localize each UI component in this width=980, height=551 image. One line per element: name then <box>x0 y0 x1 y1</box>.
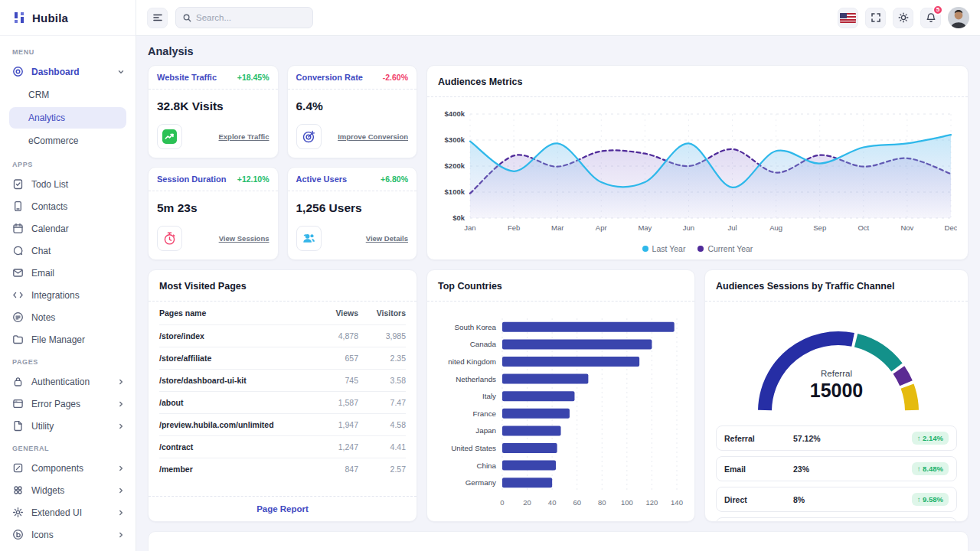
sidebar-item[interactable]: Todo List <box>0 173 136 195</box>
nav-section-label-pages: PAGES <box>0 350 136 370</box>
notifications-button[interactable]: 5 <box>920 8 941 28</box>
legend-dot <box>697 246 704 252</box>
stat-card-link[interactable]: Improve Conversion <box>338 132 408 141</box>
stat-card-delta: +12.10% <box>237 174 270 184</box>
topbar: 5 <box>136 0 980 36</box>
sidebar-item[interactable]: Utility <box>0 415 136 437</box>
traffic-row-label: Direct <box>724 495 793 504</box>
sidebar-item-dashboard[interactable]: Dashboard <box>0 60 136 83</box>
stat-card-link[interactable]: Explore Traffic <box>219 132 270 141</box>
svg-text:$100k: $100k <box>445 187 466 196</box>
chevron-right-icon <box>117 465 125 472</box>
widgets-icon <box>12 484 24 496</box>
table-row[interactable]: /about 1,587 7.47 <box>159 392 406 414</box>
sidebar-item[interactable]: Widgets <box>0 479 136 501</box>
top-countries-chart: 020406080100120140South KoreaCanadanited… <box>427 302 694 519</box>
traffic-row-badge: ↑ 2.14% <box>912 432 949 445</box>
table-row[interactable]: /store/affiliate 657 2.35 <box>159 347 406 370</box>
theme-toggle-button[interactable] <box>893 8 913 28</box>
audiences-metrics-title: Audiences Metrics <box>438 77 522 87</box>
svg-text:$300k: $300k <box>445 135 466 144</box>
sidebar-item[interactable]: Forms <box>0 546 136 551</box>
search-box[interactable] <box>175 7 313 28</box>
traffic-row[interactable]: Email 23% ↑ 8.48% <box>716 456 957 481</box>
brand-logo[interactable]: Hubila <box>0 0 136 36</box>
traffic-row-value: 23% <box>793 465 912 474</box>
col-pages-name: Pages name <box>159 308 311 318</box>
nav-section-general: Components Widgets Extended UI <box>0 457 136 551</box>
stopwatch-icon <box>157 226 182 251</box>
traffic-row-value: 57.12% <box>793 434 912 443</box>
chevron-right-icon <box>117 378 125 386</box>
sidebar-item[interactable]: Components <box>0 457 136 479</box>
svg-text:Jun: Jun <box>683 223 694 232</box>
chevron-right-icon <box>117 400 125 408</box>
search-icon <box>183 14 191 22</box>
sidebar-item[interactable]: Calendar <box>0 217 136 240</box>
chevron-right-icon <box>117 487 125 494</box>
cell-visitors: 7.47 <box>358 398 406 407</box>
page-report-link[interactable]: Page Report <box>149 496 416 521</box>
target-icon <box>296 124 322 149</box>
sidebar-item-label: Chat <box>31 246 125 256</box>
trend-up-icon <box>157 124 182 149</box>
sidebar-item[interactable]: Notes <box>0 306 136 328</box>
legend-item-last-year[interactable]: Last Year <box>642 244 686 253</box>
top-countries-card: Top Countries 020406080100120140South Ko… <box>426 269 695 522</box>
sidebar-item-label: Error Pages <box>31 399 109 409</box>
sidebar-item[interactable]: Extended UI <box>0 501 136 523</box>
users-icon <box>296 226 322 251</box>
stat-card-title: Website Traffic <box>157 73 217 82</box>
sidebar-item-label: Components <box>31 463 109 474</box>
sidebar-item[interactable]: Contacts <box>0 195 136 217</box>
sidebar-item[interactable]: Integrations <box>0 284 136 306</box>
sidebar-subitem[interactable]: eCommerce <box>9 130 126 152</box>
sidebar-item[interactable]: Email <box>0 262 136 284</box>
stat-card-link[interactable]: View Details <box>366 234 408 243</box>
top-countries-title: Top Countries <box>438 281 502 292</box>
legend-item-current-year[interactable]: Current Year <box>697 244 753 253</box>
cell-page-name: /store/affiliate <box>159 354 311 363</box>
sidebar-item-label: Utility <box>31 421 109 432</box>
notes-icon <box>12 311 24 323</box>
nav-section-label-menu: MENU <box>0 41 136 60</box>
sidebar-item-label: Calendar <box>31 223 125 234</box>
cell-views: 1,247 <box>311 442 358 452</box>
sidebar-nav: MENU Dashboard CRM Analytics eCommerce A… <box>0 36 136 551</box>
svg-text:Japan: Japan <box>475 426 496 435</box>
sidebar-item[interactable]: File Manager <box>0 328 136 350</box>
table-row[interactable]: /store/index 4,878 3,985 <box>159 325 406 347</box>
stat-card: Website Traffic +18.45% 32.8K Visits Exp… <box>148 65 279 158</box>
sidebar: Hubila MENU Dashboard CRM Analytics eCom… <box>0 0 136 551</box>
traffic-row[interactable]: Direct 8% ↑ 9.58% <box>716 487 957 512</box>
notification-badge: 5 <box>933 5 943 15</box>
lock-icon <box>12 376 24 387</box>
table-row[interactable]: /store/dashboard-ui-kit 745 3.58 <box>159 370 406 392</box>
fullscreen-button[interactable] <box>865 8 886 28</box>
search-input[interactable] <box>196 13 305 22</box>
svg-text:120: 120 <box>645 498 658 507</box>
traffic-row[interactable]: Referral 57.12% ↑ 2.14% <box>716 425 957 451</box>
language-button[interactable] <box>838 8 858 28</box>
sidebar-subitem[interactable]: CRM <box>9 84 126 106</box>
sidebar-subitem[interactable]: Analytics <box>9 107 126 129</box>
cell-visitors: 3,985 <box>358 331 406 341</box>
menu-toggle-button[interactable] <box>147 8 168 28</box>
table-row[interactable]: /contract 1,247 4.41 <box>159 436 406 458</box>
traffic-row[interactable]: Social 12% ↑ 10.58% <box>716 517 957 522</box>
dashboard-icon <box>12 66 24 77</box>
table-row[interactable]: /member 847 2.57 <box>159 458 406 480</box>
col-visitors: Visitors <box>358 308 406 318</box>
nav-section-label-general: GENERAL <box>0 437 136 457</box>
svg-text:Dec: Dec <box>945 223 957 232</box>
sidebar-item[interactable]: Error Pages <box>0 393 136 415</box>
cell-page-name: /store/index <box>159 331 311 341</box>
card-header: Top Countries <box>427 270 694 302</box>
sidebar-item[interactable]: Chat <box>0 240 136 262</box>
sidebar-item[interactable]: Authentication <box>0 370 136 393</box>
user-avatar[interactable] <box>948 7 969 28</box>
svg-text:Canada: Canada <box>470 340 497 348</box>
stat-card-link[interactable]: View Sessions <box>219 234 270 243</box>
table-row[interactable]: /preview.hubila.com/unlimited 1,947 4.58 <box>159 414 406 436</box>
sidebar-item[interactable]: Icons <box>0 523 136 546</box>
